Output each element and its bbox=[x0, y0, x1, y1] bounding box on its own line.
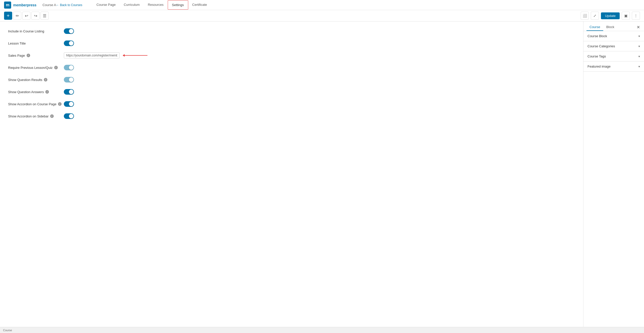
logo-area: m memberpress bbox=[4, 2, 36, 9]
label-show-question-answers: Show Question Answers i bbox=[8, 90, 64, 94]
logo-letter: m bbox=[6, 3, 9, 7]
tab-course-page[interactable]: Course Page bbox=[92, 0, 120, 10]
chevron-down-icon-featured-image: ▾ bbox=[638, 65, 640, 68]
course-tags-label: Course Tags bbox=[588, 54, 606, 58]
tab-settings[interactable]: Settings bbox=[168, 0, 188, 10]
toggle-require-previous-lesson[interactable] bbox=[64, 65, 74, 70]
panel-section-course-tags: Course Tags ▾ bbox=[583, 51, 644, 61]
setting-lesson-title: Lesson Title bbox=[8, 40, 575, 47]
sales-page-input[interactable] bbox=[64, 52, 120, 58]
course-block-label: Course Block bbox=[588, 34, 607, 38]
redo-button[interactable]: ↪ bbox=[31, 12, 40, 20]
panel-tab-course[interactable]: Course bbox=[586, 24, 603, 31]
setting-show-question-results: Show Question Results i bbox=[8, 76, 575, 83]
toggle-show-accordion-sidebar[interactable] bbox=[64, 113, 74, 119]
info-icon-question-answers[interactable]: i bbox=[45, 90, 49, 94]
label-show-question-results: Show Question Results i bbox=[8, 78, 64, 82]
arrow-line bbox=[125, 55, 147, 56]
undo-button[interactable]: ↩ bbox=[22, 12, 30, 20]
setting-show-question-answers: Show Question Answers i bbox=[8, 88, 575, 95]
block-settings-button[interactable]: ▣ bbox=[622, 12, 630, 20]
toggle-include-in-course-listing[interactable] bbox=[64, 28, 74, 34]
panel-section-header-course-tags[interactable]: Course Tags ▾ bbox=[583, 51, 644, 61]
panel-tabs-left: Course Block bbox=[586, 24, 617, 31]
tab-resources[interactable]: Resources bbox=[144, 0, 167, 10]
info-icon-accordion-course[interactable]: i bbox=[58, 102, 62, 106]
chevron-down-icon-course-categories: ▾ bbox=[638, 45, 640, 48]
preview-mode-button[interactable]: ⬜ bbox=[581, 12, 589, 20]
add-block-button[interactable]: + bbox=[4, 12, 12, 20]
label-lesson-title: Lesson Title bbox=[8, 41, 64, 45]
toolbar-left: + ✏ ↩ ↪ ☰ bbox=[4, 12, 49, 20]
setting-sales-page: Sales Page i bbox=[8, 52, 575, 59]
featured-image-label: Featured image bbox=[588, 65, 611, 68]
panel-section-header-course-block[interactable]: Course Block ▾ bbox=[583, 31, 644, 41]
setting-show-accordion-course: Show Accordion on Course Page i bbox=[8, 100, 575, 108]
right-panel: Course Block ✕ Course Block ▾ Course Cat… bbox=[583, 22, 644, 333]
panel-section-header-course-categories[interactable]: Course Categories ▾ bbox=[583, 41, 644, 51]
toggle-lesson-title[interactable] bbox=[64, 40, 74, 46]
arrow-head bbox=[123, 54, 125, 57]
top-navigation: m memberpress Course A ← Back to Courses… bbox=[0, 0, 644, 10]
more-options-button[interactable]: ⋮ bbox=[632, 12, 640, 20]
toggle-show-question-results[interactable] bbox=[64, 77, 74, 82]
arrow-indicator bbox=[123, 54, 147, 57]
info-icon-accordion-sidebar[interactable]: i bbox=[50, 114, 54, 118]
info-icon-require-previous[interactable]: i bbox=[54, 66, 58, 69]
label-sales-page: Sales Page i bbox=[8, 54, 64, 57]
list-view-button[interactable]: ☰ bbox=[41, 12, 49, 20]
setting-show-accordion-sidebar: Show Accordion on Sidebar i bbox=[8, 113, 575, 120]
info-icon-sales-page[interactable]: i bbox=[27, 54, 30, 57]
chevron-down-icon-course-block: ▾ bbox=[638, 34, 640, 38]
external-link-button[interactable]: ⤢ bbox=[591, 12, 599, 20]
toggle-show-accordion-course[interactable] bbox=[64, 101, 74, 107]
panel-section-featured-image: Featured image ▾ bbox=[583, 61, 644, 72]
label-require-previous-lesson: Require Previous Lesson/Quiz i bbox=[8, 66, 64, 70]
tab-certificate[interactable]: Certificate bbox=[188, 0, 211, 10]
chevron-down-icon-course-tags: ▾ bbox=[638, 55, 640, 58]
label-show-accordion-course: Show Accordion on Course Page i bbox=[8, 102, 64, 106]
sales-page-input-wrapper bbox=[64, 52, 147, 58]
memberpress-logo: m bbox=[4, 2, 11, 9]
toolbar-right: ⬜ ⤢ Update ▣ ⋮ bbox=[581, 12, 640, 20]
info-icon-question-results[interactable]: i bbox=[44, 78, 47, 81]
settings-content: Include in Course Listing Lesson Title S… bbox=[0, 22, 583, 333]
panel-tab-block[interactable]: Block bbox=[603, 24, 617, 31]
setting-require-previous-lesson: Require Previous Lesson/Quiz i bbox=[8, 64, 575, 71]
label-show-accordion-sidebar: Show Accordion on Sidebar i bbox=[8, 114, 64, 118]
brand-name: memberpress bbox=[13, 3, 36, 7]
panel-section-header-featured-image[interactable]: Featured image ▾ bbox=[583, 61, 644, 71]
course-name: Course A bbox=[43, 3, 56, 7]
label-include-in-course-listing: Include in Course Listing bbox=[8, 29, 64, 33]
tab-curriculum[interactable]: Curriculum bbox=[120, 0, 144, 10]
nav-tabs: Course Page Curriculum Resources Setting… bbox=[92, 0, 211, 10]
panel-section-course-block: Course Block ▾ bbox=[583, 31, 644, 41]
panel-section-course-categories: Course Categories ▾ bbox=[583, 41, 644, 51]
course-categories-label: Course Categories bbox=[588, 44, 615, 48]
back-to-courses-link[interactable]: ← Back to Courses bbox=[56, 3, 82, 7]
status-bar: Course bbox=[0, 327, 644, 333]
toggle-show-question-answers[interactable] bbox=[64, 89, 74, 95]
edit-button[interactable]: ✏ bbox=[13, 12, 21, 20]
right-panel-tabs: Course Block ✕ bbox=[583, 22, 644, 31]
status-bar-text: Course bbox=[3, 329, 12, 332]
editor-toolbar: + ✏ ↩ ↪ ☰ ⬜ ⤢ Update ▣ ⋮ bbox=[0, 10, 644, 22]
close-panel-button[interactable]: ✕ bbox=[636, 24, 641, 31]
main-layout: Include in Course Listing Lesson Title S… bbox=[0, 22, 644, 333]
update-button[interactable]: Update bbox=[601, 12, 620, 19]
setting-include-in-course-listing: Include in Course Listing bbox=[8, 28, 575, 35]
